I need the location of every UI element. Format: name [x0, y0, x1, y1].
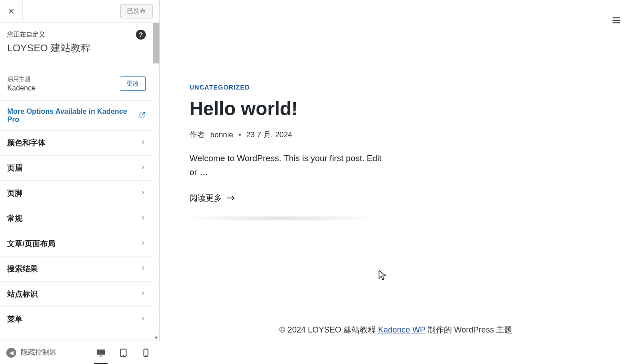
mobile-icon	[141, 348, 151, 358]
chevron-right-icon	[140, 265, 146, 273]
nav-item-site-identity[interactable]: 站点标识	[0, 282, 153, 307]
chevron-right-icon	[140, 164, 146, 172]
help-icon[interactable]: ?	[136, 30, 146, 40]
nav-item-label: 页脚	[7, 188, 23, 198]
nav-item-general[interactable]: 常规	[0, 206, 153, 231]
collapse-icon: ◀	[6, 348, 16, 358]
chevron-right-icon	[140, 290, 146, 298]
customizer-panel: 已发布 ▼ 您正在自定义 LOYSEO 建站教程 ? 启用主题 Kadence …	[0, 0, 160, 364]
close-icon	[8, 8, 15, 15]
arrow-right-icon	[226, 195, 235, 201]
nav-item-header[interactable]: 页眉	[0, 156, 153, 181]
post-title[interactable]: Hello world!	[190, 98, 383, 120]
scrollbar-thumb[interactable]	[153, 23, 159, 63]
scrollbar-down-icon[interactable]: ▼	[153, 334, 159, 341]
nav-item-label: 站点标识	[7, 289, 38, 299]
chevron-right-icon	[140, 189, 146, 198]
device-mobile[interactable]	[141, 341, 151, 364]
theme-label: 启用主题	[7, 75, 36, 83]
kadence-pro-banner[interactable]: More Options Available in Kadence Pro	[0, 101, 153, 130]
sidebar-scrollbar[interactable]: ▼	[153, 23, 159, 341]
theme-name: Kadence	[7, 84, 36, 92]
change-theme-button[interactable]: 更改	[120, 76, 146, 91]
mouse-cursor-icon	[379, 270, 387, 283]
close-button[interactable]	[0, 0, 23, 22]
post-category[interactable]: UNCATEGORIZED	[190, 84, 383, 91]
customizer-intro: 您正在自定义 LOYSEO 建站教程 ?	[0, 22, 153, 67]
post-card: UNCATEGORIZED Hello world! 作者 bonnie 23 …	[190, 84, 383, 203]
theme-labels: 启用主题 Kadence	[7, 75, 36, 92]
nav-item-colors-fonts[interactable]: 颜色和字体	[0, 130, 153, 156]
chevron-right-icon	[140, 139, 146, 147]
svg-point-5	[145, 355, 146, 355]
svg-rect-1	[99, 355, 102, 356]
credit-prefix: © 2024 LOYSEO 建站教程	[280, 325, 378, 334]
post-meta: 作者 bonnie 23 7 月, 2024	[190, 130, 383, 140]
post-excerpt: Welcome to WordPress. This is your first…	[190, 152, 383, 179]
device-tablet[interactable]	[118, 341, 128, 364]
external-link-icon	[139, 111, 146, 120]
post-author[interactable]: bonnie	[210, 130, 233, 139]
chevron-right-icon	[140, 215, 146, 223]
desktop-icon	[96, 348, 106, 358]
customizer-body: 您正在自定义 LOYSEO 建站教程 ? 启用主题 Kadence 更改 Mor…	[0, 22, 153, 341]
read-more-label: 阅读更多	[190, 193, 222, 203]
nav-item-label: 颜色和字体	[7, 138, 45, 148]
nav-item-label: 常规	[7, 213, 23, 224]
post-date: 23 7 月, 2024	[246, 130, 292, 140]
customizer-topbar: 已发布	[0, 0, 159, 22]
meta-separator-icon	[239, 134, 241, 136]
publish-status-button[interactable]: 已发布	[120, 4, 153, 18]
customizer-footer: ◀ 隐藏控制区	[0, 341, 160, 364]
nav-item-label: 菜单	[7, 314, 23, 324]
footer-credit: © 2024 LOYSEO 建站教程 Kadence WP 制作的 WordPr…	[160, 324, 632, 335]
nav-item-label: 文章/页面布局	[7, 238, 55, 249]
collapse-panel-button[interactable]: ◀ 隐藏控制区	[0, 341, 63, 364]
nav-item-post-page-layout[interactable]: 文章/页面布局	[0, 231, 153, 256]
intro-small-text: 您正在自定义	[7, 31, 146, 39]
nav-item-menus[interactable]: 菜单	[0, 307, 153, 332]
post-shadow	[181, 215, 379, 221]
nav-item-label: 搜索结果	[7, 264, 38, 274]
post-author-prefix: 作者	[190, 130, 205, 140]
chevron-right-icon	[140, 315, 146, 324]
svg-point-3	[123, 355, 123, 355]
hamburger-icon	[611, 15, 621, 25]
device-switcher	[96, 341, 160, 364]
site-title: LOYSEO 建站教程	[7, 41, 146, 55]
tablet-icon	[118, 348, 128, 358]
nav-item-label: 页眉	[7, 163, 23, 173]
menu-toggle-button[interactable]	[611, 15, 621, 27]
chevron-right-icon	[140, 240, 146, 248]
read-more-link[interactable]: 阅读更多	[190, 193, 383, 203]
device-desktop[interactable]	[96, 341, 106, 364]
preview-pane: UNCATEGORIZED Hello world! 作者 bonnie 23 …	[160, 0, 632, 364]
svg-rect-0	[97, 349, 105, 355]
credit-suffix: 制作的 WordPress 主题	[425, 325, 513, 334]
kadence-wp-link[interactable]: Kadence WP	[378, 325, 425, 334]
collapse-label: 隐藏控制区	[21, 348, 57, 357]
theme-row: 启用主题 Kadence 更改	[0, 67, 153, 101]
pro-banner-label: More Options Available in Kadence Pro	[7, 108, 139, 124]
nav-item-search-results[interactable]: 搜索结果	[0, 256, 153, 282]
nav-item-footer[interactable]: 页脚	[0, 181, 153, 206]
